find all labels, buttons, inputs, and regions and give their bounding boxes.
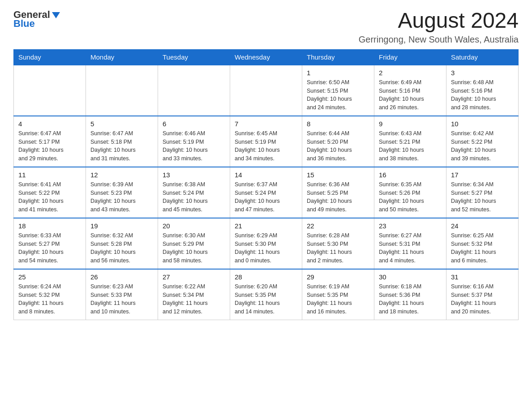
calendar-day-cell xyxy=(230,65,302,116)
calendar-week-row: 4Sunrise: 6:47 AM Sunset: 5:17 PM Daylig… xyxy=(14,116,519,167)
calendar-day-cell: 1Sunrise: 6:50 AM Sunset: 5:15 PM Daylig… xyxy=(302,65,374,116)
day-info: Sunrise: 6:19 AM Sunset: 5:35 PM Dayligh… xyxy=(307,283,369,316)
calendar-day-cell: 9Sunrise: 6:43 AM Sunset: 5:21 PM Daylig… xyxy=(374,116,446,167)
calendar-day-cell xyxy=(14,65,86,116)
day-number: 24 xyxy=(451,222,514,230)
day-number: 30 xyxy=(379,273,442,281)
day-info: Sunrise: 6:24 AM Sunset: 5:32 PM Dayligh… xyxy=(18,283,81,316)
page-header: General Blue August 2024 Gerringong, New… xyxy=(13,9,519,45)
day-number: 10 xyxy=(451,120,514,128)
day-of-week-header: Monday xyxy=(86,49,158,65)
day-info: Sunrise: 6:37 AM Sunset: 5:24 PM Dayligh… xyxy=(235,180,297,214)
calendar-week-row: 18Sunrise: 6:33 AM Sunset: 5:27 PM Dayli… xyxy=(14,218,519,269)
calendar-day-cell: 22Sunrise: 6:28 AM Sunset: 5:30 PM Dayli… xyxy=(302,218,374,269)
calendar-day-cell: 13Sunrise: 6:38 AM Sunset: 5:24 PM Dayli… xyxy=(158,167,230,218)
day-number: 4 xyxy=(18,120,81,128)
calendar-day-cell: 20Sunrise: 6:30 AM Sunset: 5:29 PM Dayli… xyxy=(158,218,230,269)
day-number: 23 xyxy=(379,222,442,230)
day-info: Sunrise: 6:36 AM Sunset: 5:25 PM Dayligh… xyxy=(307,180,369,214)
calendar-day-cell: 14Sunrise: 6:37 AM Sunset: 5:24 PM Dayli… xyxy=(230,167,302,218)
subtitle: Gerringong, New South Wales, Australia xyxy=(359,34,519,45)
day-number: 3 xyxy=(451,69,514,77)
calendar-day-cell: 6Sunrise: 6:46 AM Sunset: 5:19 PM Daylig… xyxy=(158,116,230,167)
day-number: 8 xyxy=(307,120,369,128)
day-number: 21 xyxy=(235,222,297,230)
day-number: 1 xyxy=(307,69,369,77)
calendar-day-cell: 4Sunrise: 6:47 AM Sunset: 5:17 PM Daylig… xyxy=(14,116,86,167)
day-of-week-header: Saturday xyxy=(446,49,519,65)
calendar-day-cell: 23Sunrise: 6:27 AM Sunset: 5:31 PM Dayli… xyxy=(374,218,446,269)
day-info: Sunrise: 6:28 AM Sunset: 5:30 PM Dayligh… xyxy=(307,231,369,265)
svg-marker-0 xyxy=(52,12,60,18)
day-info: Sunrise: 6:32 AM Sunset: 5:28 PM Dayligh… xyxy=(90,231,153,265)
calendar-day-cell: 11Sunrise: 6:41 AM Sunset: 5:22 PM Dayli… xyxy=(14,167,86,218)
day-number: 26 xyxy=(90,273,153,281)
day-info: Sunrise: 6:41 AM Sunset: 5:22 PM Dayligh… xyxy=(18,180,81,214)
day-number: 15 xyxy=(307,171,369,179)
day-info: Sunrise: 6:49 AM Sunset: 5:16 PM Dayligh… xyxy=(379,78,442,112)
logo: General Blue xyxy=(13,9,61,30)
day-number: 22 xyxy=(307,222,369,230)
calendar-table: SundayMondayTuesdayWednesdayThursdayFrid… xyxy=(13,49,519,320)
calendar-header-row: SundayMondayTuesdayWednesdayThursdayFrid… xyxy=(14,49,519,65)
day-info: Sunrise: 6:44 AM Sunset: 5:20 PM Dayligh… xyxy=(307,129,369,163)
day-info: Sunrise: 6:43 AM Sunset: 5:21 PM Dayligh… xyxy=(379,129,442,163)
calendar-day-cell: 5Sunrise: 6:47 AM Sunset: 5:18 PM Daylig… xyxy=(86,116,158,167)
day-number: 13 xyxy=(163,171,225,179)
day-number: 9 xyxy=(379,120,442,128)
day-info: Sunrise: 6:18 AM Sunset: 5:36 PM Dayligh… xyxy=(379,283,442,316)
calendar-day-cell: 2Sunrise: 6:49 AM Sunset: 5:16 PM Daylig… xyxy=(374,65,446,116)
calendar-day-cell: 26Sunrise: 6:23 AM Sunset: 5:33 PM Dayli… xyxy=(86,269,158,320)
calendar-day-cell: 28Sunrise: 6:20 AM Sunset: 5:35 PM Dayli… xyxy=(230,269,302,320)
day-of-week-header: Wednesday xyxy=(230,49,302,65)
calendar-day-cell xyxy=(158,65,230,116)
day-info: Sunrise: 6:45 AM Sunset: 5:19 PM Dayligh… xyxy=(235,129,297,163)
day-info: Sunrise: 6:48 AM Sunset: 5:16 PM Dayligh… xyxy=(451,78,514,112)
calendar-day-cell: 12Sunrise: 6:39 AM Sunset: 5:23 PM Dayli… xyxy=(86,167,158,218)
day-number: 29 xyxy=(307,273,369,281)
day-of-week-header: Thursday xyxy=(302,49,374,65)
day-info: Sunrise: 6:33 AM Sunset: 5:27 PM Dayligh… xyxy=(18,231,81,265)
day-number: 18 xyxy=(18,222,81,230)
day-info: Sunrise: 6:38 AM Sunset: 5:24 PM Dayligh… xyxy=(163,180,225,214)
day-number: 12 xyxy=(90,171,153,179)
day-number: 16 xyxy=(379,171,442,179)
day-number: 11 xyxy=(18,171,81,179)
calendar-week-row: 25Sunrise: 6:24 AM Sunset: 5:32 PM Dayli… xyxy=(14,269,519,320)
day-number: 28 xyxy=(235,273,297,281)
calendar-week-row: 1Sunrise: 6:50 AM Sunset: 5:15 PM Daylig… xyxy=(14,65,519,116)
calendar-week-row: 11Sunrise: 6:41 AM Sunset: 5:22 PM Dayli… xyxy=(14,167,519,218)
logo-arrow-icon xyxy=(51,10,61,20)
day-number: 14 xyxy=(235,171,297,179)
calendar-day-cell: 21Sunrise: 6:29 AM Sunset: 5:30 PM Dayli… xyxy=(230,218,302,269)
day-info: Sunrise: 6:27 AM Sunset: 5:31 PM Dayligh… xyxy=(379,231,442,265)
day-info: Sunrise: 6:30 AM Sunset: 5:29 PM Dayligh… xyxy=(163,231,225,265)
calendar-day-cell: 18Sunrise: 6:33 AM Sunset: 5:27 PM Dayli… xyxy=(14,218,86,269)
day-number: 27 xyxy=(163,273,225,281)
calendar-day-cell: 8Sunrise: 6:44 AM Sunset: 5:20 PM Daylig… xyxy=(302,116,374,167)
day-info: Sunrise: 6:23 AM Sunset: 5:33 PM Dayligh… xyxy=(90,283,153,316)
day-info: Sunrise: 6:50 AM Sunset: 5:15 PM Dayligh… xyxy=(307,78,369,112)
day-info: Sunrise: 6:29 AM Sunset: 5:30 PM Dayligh… xyxy=(235,231,297,265)
calendar-day-cell: 7Sunrise: 6:45 AM Sunset: 5:19 PM Daylig… xyxy=(230,116,302,167)
title-block: August 2024 Gerringong, New South Wales,… xyxy=(359,9,519,45)
day-number: 20 xyxy=(163,222,225,230)
day-number: 6 xyxy=(163,120,225,128)
calendar-day-cell: 24Sunrise: 6:25 AM Sunset: 5:32 PM Dayli… xyxy=(446,218,519,269)
day-number: 5 xyxy=(90,120,153,128)
calendar-day-cell: 3Sunrise: 6:48 AM Sunset: 5:16 PM Daylig… xyxy=(446,65,519,116)
day-info: Sunrise: 6:22 AM Sunset: 5:34 PM Dayligh… xyxy=(163,283,225,316)
calendar-day-cell: 10Sunrise: 6:42 AM Sunset: 5:22 PM Dayli… xyxy=(446,116,519,167)
day-info: Sunrise: 6:25 AM Sunset: 5:32 PM Dayligh… xyxy=(451,231,514,265)
day-number: 2 xyxy=(379,69,442,77)
calendar-day-cell: 15Sunrise: 6:36 AM Sunset: 5:25 PM Dayli… xyxy=(302,167,374,218)
day-number: 19 xyxy=(90,222,153,230)
calendar-day-cell: 25Sunrise: 6:24 AM Sunset: 5:32 PM Dayli… xyxy=(14,269,86,320)
day-number: 31 xyxy=(451,273,514,281)
calendar-day-cell: 27Sunrise: 6:22 AM Sunset: 5:34 PM Dayli… xyxy=(158,269,230,320)
day-number: 7 xyxy=(235,120,297,128)
day-number: 17 xyxy=(451,171,514,179)
day-info: Sunrise: 6:35 AM Sunset: 5:26 PM Dayligh… xyxy=(379,180,442,214)
calendar-day-cell: 16Sunrise: 6:35 AM Sunset: 5:26 PM Dayli… xyxy=(374,167,446,218)
logo-blue-text: Blue xyxy=(13,18,35,30)
